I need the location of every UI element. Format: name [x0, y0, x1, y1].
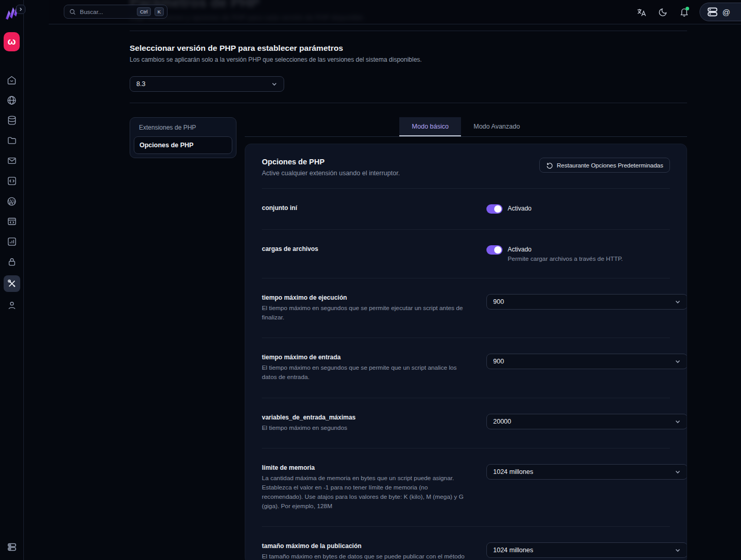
option-toggle[interactable]	[486, 245, 502, 255]
mail-icon	[7, 156, 17, 166]
panel-item-extensiones[interactable]: Extensiones de PHP	[134, 118, 232, 136]
toggle-state-label: Activado	[508, 204, 532, 212]
mode-tabs: Modo básico Modo Avanzado	[245, 117, 687, 137]
sidebar-item-databases[interactable]	[5, 114, 19, 127]
toggle-knob	[494, 246, 501, 254]
sidebar: ω	[0, 0, 24, 560]
card-subtitle: Active cualquier extensión usando el int…	[262, 170, 400, 177]
option-select-value: 20000	[493, 418, 511, 425]
restore-defaults-button[interactable]: Restaurante Opciones Predeterminadas	[539, 158, 670, 173]
card-header: Opciones de PHP Active cualquier extensi…	[262, 158, 670, 189]
option-label: tiempo máximo de ejecución	[262, 294, 470, 301]
option-row-left: límite de memoriaLa cantidad máxima de m…	[262, 464, 470, 511]
chevron-down-icon	[271, 81, 277, 87]
section-divider	[130, 103, 687, 103]
version-section-title: Seleccionar versión de PHP para establec…	[130, 44, 343, 53]
option-label: tiempo máximo de entrada	[262, 354, 470, 361]
sidebar-item-security[interactable]	[5, 255, 19, 269]
card-title: Opciones de PHP	[262, 158, 400, 166]
option-select-value: 900	[493, 298, 504, 305]
sidebar-item-tools[interactable]	[4, 275, 20, 292]
option-select[interactable]: 900	[486, 294, 687, 310]
sidebar-item-email[interactable]	[5, 154, 19, 167]
sidebar-item-domains[interactable]	[5, 93, 19, 107]
lock-icon	[7, 257, 17, 267]
tab-modo-avanzado[interactable]: Modo Avanzado	[461, 117, 532, 136]
chevron-down-icon	[675, 547, 681, 553]
php-version-select[interactable]: 8.3	[130, 76, 284, 92]
option-row: conjunto iníActivado	[262, 189, 670, 229]
option-select-value: 900	[493, 358, 504, 365]
code-square-icon	[7, 176, 17, 186]
option-label: límite de memoria	[262, 464, 470, 471]
notification-dot	[686, 7, 689, 10]
option-row-control: ActivadoPermite cargar archivos a través…	[470, 245, 670, 262]
option-rows: conjunto iníActivadocargas de archivosAc…	[262, 189, 670, 560]
option-select[interactable]: 900	[486, 354, 687, 369]
sidebar-item-wordpress[interactable]	[5, 194, 19, 208]
search-input[interactable]: Buscar... Ctrl K	[64, 5, 167, 19]
option-row-left: variables_de_entrada_máximasEl tiempo má…	[262, 414, 470, 433]
toggle-state-label: Activado	[508, 245, 623, 253]
sidebar-item-profile[interactable]	[5, 299, 19, 312]
header-divider	[130, 31, 687, 31]
panel-item-opciones[interactable]: Opciones de PHP	[134, 136, 232, 154]
kbd-k: K	[155, 7, 164, 16]
sidebar-item-analytics[interactable]	[5, 235, 19, 248]
option-row: límite de memoriaLa cantidad máxima de m…	[262, 448, 670, 526]
option-select[interactable]: 1024 millones	[486, 464, 687, 480]
preferences-icon	[6, 541, 18, 553]
option-row-control: 900	[470, 294, 687, 322]
chevron-down-icon	[675, 418, 681, 425]
option-description: La cantidad máxima de memoria en bytes q…	[262, 474, 465, 511]
language-button[interactable]	[636, 7, 647, 18]
chevron-down-icon	[675, 358, 681, 365]
option-row-control: 1024 millones	[470, 464, 687, 511]
option-select[interactable]: 1024 millones	[486, 542, 687, 558]
account-label: @	[722, 8, 730, 17]
main-area: Parámetros de PHP Elige extensiones y op…	[24, 0, 741, 560]
option-description: El tiempo máximo en segundos que se perm…	[262, 363, 465, 382]
browser-code-icon	[7, 216, 17, 227]
theme-toggle-button[interactable]	[658, 7, 668, 18]
chevron-down-icon	[675, 469, 681, 475]
php-settings-panel: Extensiones de PHP Opciones de PHP	[130, 117, 236, 158]
tab-modo-basico[interactable]: Modo básico	[399, 117, 461, 136]
sidebar-item-files[interactable]	[5, 134, 19, 147]
option-row: tiempo máximo de ejecuciónEl tiempo máxi…	[262, 278, 670, 338]
option-select[interactable]: 20000	[486, 414, 687, 429]
user-icon	[7, 300, 17, 311]
option-row: variables_de_entrada_máximasEl tiempo má…	[262, 398, 670, 449]
option-toggle[interactable]	[486, 204, 502, 214]
analytics-icon	[7, 236, 17, 247]
home-icon	[6, 75, 17, 86]
wordpress-icon	[6, 196, 17, 207]
toggle-wrap: ActivadoPermite cargar archivos a través…	[486, 245, 670, 262]
folder-icon	[7, 135, 17, 146]
sidebar-item-preferences[interactable]	[5, 540, 19, 554]
server-icon	[706, 6, 719, 18]
option-label: variables_de_entrada_máximas	[262, 414, 470, 421]
notifications-button[interactable]	[679, 7, 689, 18]
php-version-value: 8.3	[136, 80, 145, 88]
translate-icon	[636, 7, 647, 18]
sidebar-collapse-button[interactable]	[16, 5, 25, 14]
option-row-control: 900	[470, 354, 687, 382]
option-row-left: tiempo máximo de ejecuciónEl tiempo máxi…	[262, 294, 470, 322]
sidebar-item-dev-tools[interactable]	[5, 174, 19, 188]
option-row-control: 1024 millones	[470, 542, 687, 560]
restore-icon	[546, 162, 553, 169]
moon-icon	[658, 7, 668, 17]
php-options-card: Opciones de PHP Active cualquier extensi…	[245, 144, 687, 560]
version-section-subtitle: Los cambios se aplicarán solo a la versi…	[130, 56, 422, 63]
toggle-knob	[494, 205, 501, 213]
option-row-left: conjunto iní	[262, 204, 470, 214]
sidebar-item-staging[interactable]	[5, 215, 19, 228]
account-menu[interactable]: @	[700, 3, 741, 21]
topbar-icons	[636, 0, 689, 24]
search-placeholder: Buscar...	[80, 9, 133, 15]
kbd-ctrl: Ctrl	[137, 7, 151, 16]
sidebar-item-home[interactable]	[5, 73, 19, 87]
sidebar-nav	[4, 73, 20, 312]
workspace-logo[interactable]: ω	[4, 32, 20, 51]
